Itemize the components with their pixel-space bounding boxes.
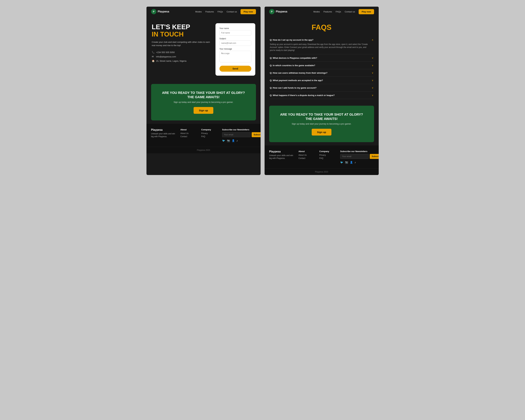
contact-email: ✉ info@playpessa.com bbox=[152, 55, 210, 58]
newsletter-row-faq: Subscribe bbox=[340, 154, 374, 159]
footer-about-us-faq[interactable]: About Us bbox=[298, 154, 315, 156]
phone-icon: 📞 bbox=[152, 51, 155, 54]
subject-label: Subject bbox=[219, 37, 251, 40]
address-icon: 🏠 bbox=[152, 60, 155, 62]
faq-question-1: Q: What devices is Playpesa compatible w… bbox=[270, 57, 317, 59]
facebook-icon-contact[interactable]: 👤 bbox=[232, 139, 235, 142]
faq-play-now-button[interactable]: Play now bbox=[359, 9, 374, 14]
contact-heading-yellow: IN TOUCH bbox=[152, 30, 210, 38]
signup-button-faq[interactable]: Sign up bbox=[312, 129, 331, 136]
cta-sub-faq: Sign up today and start your journey to … bbox=[274, 122, 369, 125]
faq-question-row-6[interactable]: Q: What happens if there's a dispute dur… bbox=[270, 94, 373, 97]
twitter-icon-contact[interactable]: 🐦 bbox=[222, 139, 225, 142]
send-button[interactable]: Send bbox=[219, 66, 251, 72]
faq-question-row-4[interactable]: Q: What payment methods are accepted in … bbox=[270, 79, 373, 82]
email-icon: ✉ bbox=[152, 55, 155, 58]
subscribe-btn-faq[interactable]: Subscribe bbox=[370, 154, 379, 159]
contact-section: LET'S KEEP IN TOUCH Create your club and… bbox=[147, 17, 261, 81]
tiktok-icon-faq[interactable]: ♪ bbox=[355, 161, 356, 164]
nav-links-faq: Modes Features FAQs Contact us Play now bbox=[313, 9, 374, 14]
footer-contact: Playpesa Unleash your skills and win big… bbox=[147, 124, 261, 147]
faq-nav-modes[interactable]: Modes bbox=[313, 10, 320, 13]
newsletter-email-contact[interactable] bbox=[222, 132, 251, 137]
footer-faq-link[interactable]: FAQ bbox=[201, 135, 218, 138]
copyright-contact: Playpesa 2023 bbox=[197, 149, 210, 151]
faq-question-row-5[interactable]: Q: How can I add funds to my game accoun… bbox=[270, 86, 373, 89]
nav-features[interactable]: Features bbox=[205, 10, 214, 13]
instagram-icon-faq[interactable]: 📷 bbox=[345, 161, 348, 164]
footer-about-col-faq: About About Us Contact bbox=[298, 150, 315, 164]
signup-button-contact[interactable]: Sign up bbox=[194, 107, 213, 114]
contact-address: 🏠 15, Street name, Lagos, Nigeria bbox=[152, 60, 210, 62]
faq-question-2: Q: In which countries is the game availa… bbox=[270, 64, 315, 67]
contact-description: Create your club and start competing wit… bbox=[152, 40, 210, 47]
phone-number: +234 555 505 5050 bbox=[156, 51, 175, 54]
facebook-icon-faq[interactable]: 👤 bbox=[350, 161, 353, 164]
faq-chevron-3: ∨ bbox=[372, 72, 373, 74]
footer-about-col: About About Us Contact bbox=[180, 128, 197, 142]
newsletter-title-contact: Subscribe our Newsletters bbox=[222, 128, 256, 131]
footer-contact-link-faq[interactable]: Contact bbox=[298, 157, 315, 159]
nav-faqs[interactable]: FAQs bbox=[217, 10, 223, 13]
contact-phone: 📞 +234 555 505 5050 bbox=[152, 51, 210, 54]
faq-nav-faqs[interactable]: FAQs bbox=[336, 10, 341, 13]
nav-modes[interactable]: Modes bbox=[195, 10, 202, 13]
page-wrapper: P Playpesa Modes Features FAQs Contact u… bbox=[147, 7, 379, 175]
play-now-button[interactable]: Play now bbox=[241, 9, 256, 14]
contact-heading-white: LET'S KEEP bbox=[152, 23, 210, 30]
faq-chevron-4: ∨ bbox=[372, 79, 373, 82]
navbar-contact: P Playpesa Modes Features FAQs Contact u… bbox=[147, 7, 261, 17]
nav-contact[interactable]: Contact us bbox=[227, 10, 237, 13]
faq-question-row-2[interactable]: Q: In which countries is the game availa… bbox=[270, 64, 373, 67]
faq-chevron-6: ∨ bbox=[372, 94, 373, 97]
navbar-faq: P Playpesa Modes Features FAQs Contact u… bbox=[265, 7, 379, 17]
faq-question-0: Q: How do I set up my account in the app… bbox=[270, 39, 313, 41]
footer-brand-contact: Playpesa Unleash your skills and win big… bbox=[151, 128, 177, 142]
message-label: Your message bbox=[219, 48, 251, 50]
faq-chevron-5: ∨ bbox=[372, 86, 373, 89]
faq-title: FAQS bbox=[270, 23, 373, 31]
cta-banner-contact: ARE YOU READY TO TAKE YOUR SHOT AT GLORY… bbox=[151, 84, 256, 121]
footer-about-title: About bbox=[180, 128, 197, 131]
subject-input[interactable] bbox=[219, 40, 251, 46]
faq-question-row-3[interactable]: Q: How can users withdraw money from the… bbox=[270, 72, 373, 74]
faq-chevron-1: ∨ bbox=[372, 56, 373, 59]
name-label: Your name bbox=[219, 27, 251, 29]
footer-logo-contact: Playpesa bbox=[151, 128, 177, 131]
cta-sub-contact: Sign up today and start your journey to … bbox=[156, 101, 251, 103]
footer-faq-link-faq[interactable]: FAQ bbox=[319, 157, 336, 159]
name-input[interactable] bbox=[219, 30, 251, 36]
faq-question-row-0[interactable]: Q: How do I set up my account in the app… bbox=[270, 38, 373, 41]
faq-chevron-0: ∧ bbox=[372, 38, 373, 41]
faq-question-row-1[interactable]: Q: What devices is Playpesa compatible w… bbox=[270, 56, 373, 59]
footer-bottom-faq: Playpesa 2023 bbox=[265, 168, 379, 175]
faq-nav-features[interactable]: Features bbox=[323, 10, 332, 13]
social-icons-contact: 🐦 📷 👤 ♪ bbox=[222, 139, 256, 142]
instagram-icon-contact[interactable]: 📷 bbox=[227, 139, 230, 142]
newsletter-email-faq[interactable] bbox=[340, 154, 369, 159]
faq-question-3: Q: How can users withdraw money from the… bbox=[270, 72, 328, 74]
message-textarea[interactable] bbox=[219, 51, 251, 62]
footer-company-col-faq: Company Privacy FAQ bbox=[319, 150, 336, 164]
faq-question-5: Q: How can I add funds to my game accoun… bbox=[270, 87, 317, 89]
footer-privacy[interactable]: Privacy bbox=[201, 132, 218, 135]
faq-item-2: Q: In which countries is the game availa… bbox=[270, 62, 373, 69]
contact-panel: P Playpesa Modes Features FAQs Contact u… bbox=[147, 7, 261, 175]
email-address: info@playpessa.com bbox=[156, 56, 176, 58]
subscribe-btn-contact[interactable]: Subscribe bbox=[252, 132, 261, 137]
logo-icon: P bbox=[151, 9, 156, 14]
twitter-icon-faq[interactable]: 🐦 bbox=[340, 161, 343, 164]
faq-item-6: Q: What happens if there's a dispute dur… bbox=[270, 92, 373, 99]
faq-nav-contact[interactable]: Contact us bbox=[345, 10, 355, 13]
faq-panel: P Playpesa Modes Features FAQs Contact u… bbox=[265, 7, 379, 175]
cta-title-faq: ARE YOU READY TO TAKE YOUR SHOT AT GLORY… bbox=[274, 112, 369, 121]
footer-about-us[interactable]: About Us bbox=[180, 132, 197, 135]
footer-newsletter-faq: Subscribe our Newsletters Subscribe 🐦 📷 … bbox=[340, 150, 374, 164]
cta-title-contact: ARE YOU READY TO TAKE YOUR SHOT AT GLORY… bbox=[156, 91, 251, 99]
cta-banner-faq: ARE YOU READY TO TAKE YOUR SHOT AT GLORY… bbox=[269, 106, 374, 142]
footer-brand-faq: Playpesa Unleash your skills and win big… bbox=[269, 150, 295, 164]
faq-item-4: Q: What payment methods are accepted in … bbox=[270, 77, 373, 84]
tiktok-icon-contact[interactable]: ♪ bbox=[236, 139, 238, 142]
footer-contact-link[interactable]: Contact bbox=[180, 135, 197, 138]
footer-privacy-faq[interactable]: Privacy bbox=[319, 154, 336, 156]
